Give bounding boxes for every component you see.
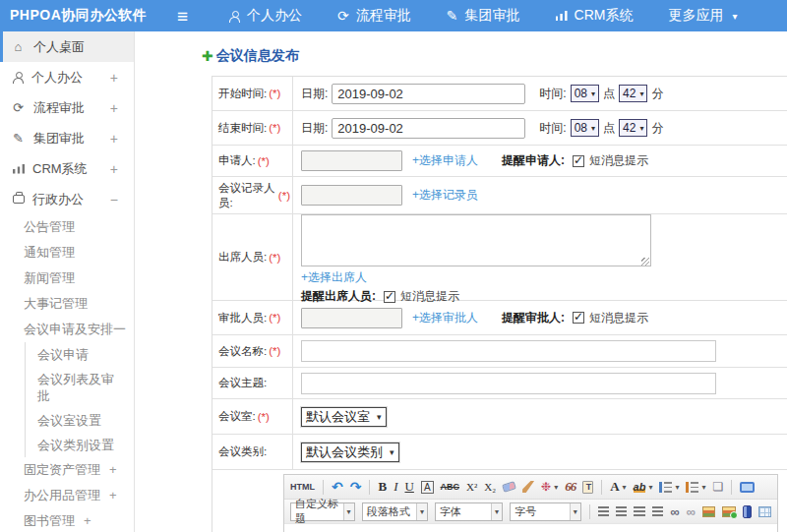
sidebar-item-group-approval[interactable]: ✎ 集团审批 + [0,123,134,153]
italic-button[interactable]: I [394,479,397,495]
nav-label: 个人办公 [247,7,302,25]
edit-icon: ✎ [11,131,26,146]
align-left-icon[interactable] [598,506,609,516]
font-color-button[interactable]: A [610,479,619,495]
nav-personal-office[interactable]: 个人办公 [229,7,302,25]
select-applicant-link[interactable]: +选择申请人 [412,152,478,169]
select-approver-link[interactable]: +选择审批人 [412,310,478,326]
paragraph-format-select[interactable]: 段落格式 ▾ [362,502,428,521]
meeting-topic-input[interactable] [301,373,716,394]
collapse-minus-icon[interactable]: − [110,192,118,207]
new-page-icon[interactable]: ❏ [712,480,723,494]
ordered-list-icon[interactable] [659,482,672,493]
paste-text-icon[interactable] [582,481,593,494]
sms-notify-label: 短消息提示 [589,152,648,169]
align-justify-icon[interactable] [652,506,663,516]
sidebar-item-label: CRM系统 [32,160,88,178]
sidebar-item-crm-system[interactable]: CRM系统 + [0,153,134,184]
sms-notify-checkbox[interactable] [573,155,584,167]
sidebar-item-personal-office[interactable]: 个人办公 + [0,62,134,92]
sidebar-item-office-supplies-mgmt[interactable]: 办公用品管理+ [0,483,134,508]
eraser-icon[interactable] [502,481,516,493]
subscript-button[interactable]: X₂ [484,481,496,493]
end-minute-select[interactable]: 42 ▾ [619,119,647,137]
approver-input[interactable] [301,308,402,328]
strikethrough-button[interactable]: ABC [441,482,460,492]
expand-plus-icon[interactable]: + [110,100,118,116]
resize-grip[interactable] [641,258,649,266]
insert-table-icon[interactable] [758,506,771,517]
hamburger-menu-icon[interactable]: ≡ [177,7,188,26]
meeting-room-select[interactable]: 默认会议室 ▾ [301,407,387,427]
insert-media-icon[interactable] [743,505,752,518]
expand-plus-icon[interactable]: + [109,462,117,477]
sidebar-item-admin-office[interactable]: 行政办公 − [0,184,134,214]
expand-plus-icon[interactable]: + [110,70,118,86]
custom-title-select[interactable]: 自定义标题 ▾ [290,502,355,521]
sidebar-item-meeting-apply[interactable]: 会议申请 [26,342,122,367]
nav-workflow-approval[interactable]: ⟳ 流程审批 [337,7,411,25]
highlight-color-button[interactable]: ab [634,481,646,493]
sidebar-item-memorabilia-mgmt[interactable]: 大事记管理 [0,291,134,317]
end-hour-select[interactable]: 08 ▾ [571,119,599,137]
caret-down-icon: ▾ [639,124,643,133]
format-brush-icon[interactable] [522,481,534,493]
editor-toolbar-row1: HTML ↶ ↷ B I U A ABC X² X₂ [284,475,777,500]
bold-button[interactable]: B [378,479,387,495]
sms-notify-checkbox[interactable] [384,291,395,303]
meeting-name-input[interactable] [301,340,716,362]
fullscreen-icon[interactable] [740,482,755,493]
applicant-input[interactable] [301,150,402,171]
attendees-textarea[interactable] [301,214,651,266]
sidebar-item-workflow-approval[interactable]: ⟳ 流程审批 + [0,92,134,123]
nav-group-approval[interactable]: ✎ 集团审批 [447,7,520,25]
undo-icon[interactable]: ↶ [332,479,343,495]
color-wand-icon[interactable]: ❉ [541,480,551,494]
start-date-input[interactable] [332,84,525,104]
sidebar-item-meeting-request[interactable]: 会议申请及安排一 [0,317,134,342]
sidebar-item-meeting-room-setting[interactable]: 会议室设置 [26,408,122,433]
sidebar-item-meeting-category-setting[interactable]: 会议类别设置 [26,433,122,457]
nav-crm-system[interactable]: CRM系统 [556,7,634,25]
sidebar-item-book-mgmt[interactable]: 图书管理+ [0,508,134,532]
expand-plus-icon[interactable]: + [110,131,118,147]
redo-icon[interactable]: ↷ [350,479,362,495]
align-right-icon[interactable] [634,506,644,516]
expand-plus-icon[interactable]: + [84,513,91,528]
collapse-minus-icon[interactable]: 一 [113,322,126,336]
select-recorder-link[interactable]: +选择记录员 [412,187,478,204]
recorder-input[interactable] [301,185,402,206]
meeting-category-select[interactable]: 默认会议类别 ▾ [301,443,399,462]
expand-plus-icon[interactable]: + [110,161,118,177]
start-minute-select[interactable]: 42 ▾ [619,85,647,102]
blockquote-button[interactable]: 66 [565,479,575,495]
align-center-icon[interactable] [616,506,627,516]
insert-link-icon[interactable]: ∞ [670,504,679,519]
sidebar-item-notice-mgmt[interactable]: 通知管理 [0,240,134,266]
required-mark: (*) [269,88,280,99]
sidebar-item-announcement-mgmt[interactable]: 公告管理 [0,214,134,240]
remove-link-icon[interactable]: ∞ [686,504,695,519]
superscript-button[interactable]: X² [466,481,477,493]
sidebar-item-fixed-assets-mgmt[interactable]: 固定资产管理+ [0,457,134,483]
font-size-select[interactable]: 字号 ▾ [510,502,581,521]
html-source-button[interactable]: HTML [290,482,315,492]
sidebar-item-label: 固定资产管理 [24,462,100,477]
unordered-list-icon[interactable] [686,482,698,493]
insert-image-icon[interactable] [702,506,715,517]
editor-content-area[interactable] [284,524,777,532]
font-family-select[interactable]: 字体 ▾ [435,502,503,521]
meeting-form: 开始时间: (*) 日期: 时间: 08 ▾ 点 42 ▾ [212,76,787,532]
expand-plus-icon[interactable]: + [109,488,117,502]
sidebar-item-meeting-list-approval[interactable]: 会议列表及审批 [26,367,122,408]
sidebar-item-news-mgmt[interactable]: 新闻管理 [0,266,134,291]
select-attendees-link[interactable]: +选择出席人 [301,269,367,286]
underline-button[interactable]: U [404,479,413,495]
sms-notify-checkbox[interactable] [573,312,584,324]
border-text-button[interactable]: A [421,481,434,494]
nav-more-apps[interactable]: 更多应用 ▾ [668,7,737,25]
upload-image-icon[interactable] [722,506,735,517]
sidebar-item-personal-desktop[interactable]: ⌂ 个人桌面 [0,31,134,62]
start-hour-select[interactable]: 08 ▾ [571,85,599,102]
end-date-input[interactable] [332,118,525,139]
